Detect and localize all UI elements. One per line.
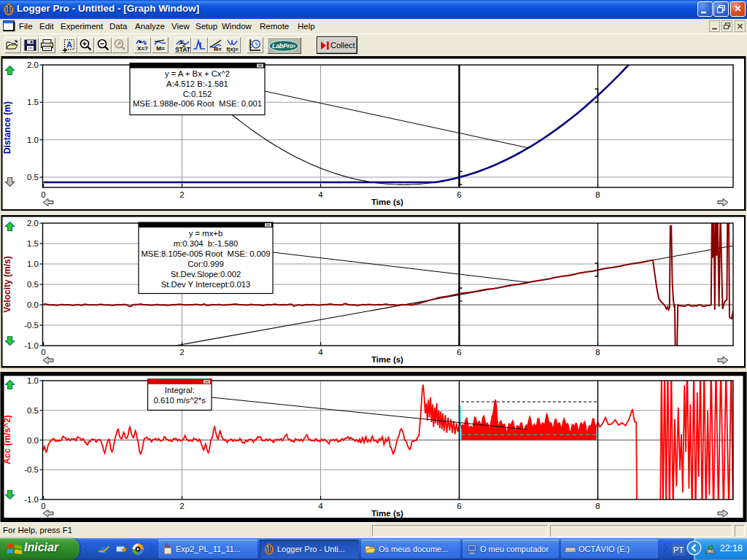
svg-text:8: 8	[595, 190, 600, 199]
svg-text:1.5: 1.5	[27, 98, 39, 106]
svg-text:LabPro›: LabPro›	[272, 42, 295, 50]
svg-text:4: 4	[318, 502, 323, 510]
svg-text:Velocity (m/s): Velocity (m/s)	[2, 256, 12, 312]
svg-text:STAT: STAT	[175, 46, 190, 53]
svg-text:2.0: 2.0	[27, 219, 39, 228]
svg-text:-1.0: -1.0	[24, 495, 39, 504]
svg-text:0: 0	[41, 190, 45, 199]
svg-text:2: 2	[179, 502, 184, 510]
svg-text:0: 0	[41, 348, 45, 357]
svg-text:Acc (m/s^2): Acc (m/s^2)	[2, 415, 12, 464]
svg-text:8: 8	[595, 502, 600, 510]
svg-text:8: 8	[595, 348, 600, 357]
svg-text:1.0: 1.0	[27, 136, 39, 144]
svg-text:Cor:0.999: Cor:0.999	[187, 260, 224, 268]
svg-text:m:0.304 b:-1.580: m:0.304 b:-1.580	[174, 239, 239, 248]
svg-text:-0.5: -0.5	[24, 465, 39, 474]
svg-text:M=: M=	[156, 45, 165, 52]
svg-text:Distance (m): Distance (m)	[2, 101, 12, 154]
svg-text:St.Dev Y Intercept:0.013: St.Dev Y Intercept:0.013	[161, 280, 251, 289]
svg-text:1.0: 1.0	[27, 376, 39, 385]
svg-text:f(x)=: f(x)=	[226, 46, 239, 52]
svg-text:MSE:1.988e-006 Root MSE: 0.00: MSE:1.988e-006 Root MSE: 0.001	[133, 99, 262, 108]
svg-text:Time (s): Time (s)	[371, 509, 403, 518]
svg-text:2.0: 2.0	[27, 61, 39, 69]
svg-text:0.5: 0.5	[27, 173, 39, 182]
svg-text:0.610 m/s^2*s: 0.610 m/s^2*s	[154, 396, 206, 405]
svg-text:X=?: X=?	[137, 45, 148, 52]
svg-text:-0.5: -0.5	[24, 321, 39, 330]
svg-text:6: 6	[457, 502, 461, 510]
svg-text:0.5: 0.5	[27, 406, 39, 415]
svg-text:4: 4	[318, 348, 323, 357]
svg-text:Integral:: Integral:	[165, 386, 195, 394]
svg-text:MSE:8.105e-005 Root MSE: 0.00: MSE:8.105e-005 Root MSE: 0.009	[141, 249, 270, 258]
svg-text:0.0: 0.0	[27, 300, 39, 309]
svg-text:PT: PT	[673, 545, 684, 554]
svg-text:-1.0: -1.0	[24, 341, 39, 350]
svg-text:Time (s): Time (s)	[371, 198, 403, 206]
svg-text:0.0: 0.0	[27, 436, 39, 445]
svg-text:A: A	[66, 40, 72, 49]
svg-text:1.5: 1.5	[27, 239, 39, 248]
svg-text:6: 6	[457, 190, 461, 199]
svg-text:A:4.512 B:-1.581: A:4.512 B:-1.581	[166, 79, 228, 88]
svg-text:y = mx+b: y = mx+b	[189, 229, 222, 238]
svg-text:2: 2	[179, 348, 184, 357]
svg-text:0: 0	[41, 502, 45, 510]
svg-text:0.5: 0.5	[27, 280, 39, 289]
svg-text:y = A + Bx + Cx^2: y = A + Bx + Cx^2	[165, 69, 230, 78]
svg-text:R=: R=	[214, 46, 222, 52]
svg-text:4: 4	[318, 190, 323, 199]
svg-text:St.Dev.Slope:0.002: St.Dev.Slope:0.002	[171, 270, 241, 279]
svg-text:Time (s): Time (s)	[371, 355, 403, 364]
svg-text:C:0.152: C:0.152	[183, 90, 212, 98]
svg-text:6: 6	[457, 348, 461, 357]
svg-text:2: 2	[179, 190, 184, 199]
svg-text:1.0: 1.0	[27, 260, 39, 268]
